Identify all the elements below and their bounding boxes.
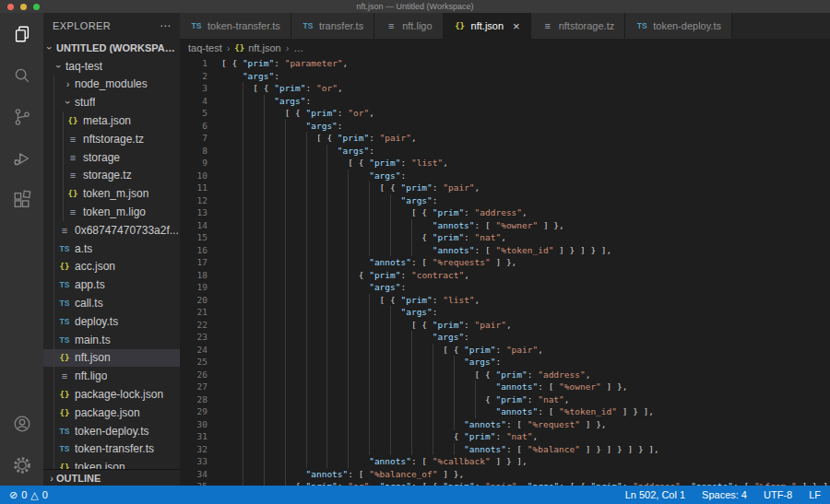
text-file-icon: ≡	[57, 225, 72, 236]
tree-indent-guide	[63, 130, 64, 148]
minimize-window-button[interactable]	[20, 4, 27, 10]
activity-search-icon[interactable]	[0, 54, 43, 96]
warning-count: 0	[42, 489, 48, 500]
tree-file-nft-ligo[interactable]: ≡nft.ligo	[43, 367, 180, 385]
tree-file-app-ts[interactable]: TSapp.ts	[43, 275, 180, 294]
file-tree: ›UNTITLED (WORKSPACE)›taq-test›node_modu…	[43, 39, 180, 470]
tree-folder-taq-test[interactable]: ›taq-test	[43, 57, 180, 76]
tree-indent-guide	[53, 422, 54, 440]
zoom-window-button[interactable]	[33, 4, 40, 10]
typescript-file-icon: TS	[57, 317, 72, 326]
tree-folder-untitled-workspace-[interactable]: ›UNTITLED (WORKSPACE)	[43, 39, 180, 57]
tree-folder-node-modules[interactable]: ›node_modules	[43, 76, 180, 94]
error-icon: ⊘	[9, 489, 18, 501]
tree-file-main-ts[interactable]: TSmain.ts	[43, 331, 180, 349]
tab-transfer-ts[interactable]: TStransfer.ts	[291, 13, 374, 39]
tree-indent-guide	[53, 167, 54, 185]
status-bar: ⊘ 0 △ 0 Ln 502, Col 1 Spaces: 4 UTF-8 LF	[0, 486, 830, 504]
line-number: 10	[180, 170, 208, 182]
activity-explorer-icon[interactable]	[0, 13, 43, 54]
activity-account-icon[interactable]	[0, 403, 43, 444]
code-line: 3 [ { "prim": "or",	[180, 82, 830, 95]
line-number: 27	[180, 381, 208, 393]
tree-file-nft-json[interactable]: {}nft.json	[43, 349, 180, 368]
encoding-setting[interactable]: UTF-8	[764, 489, 792, 500]
line-number: 1	[180, 57, 208, 70]
tab-token-deploy-ts[interactable]: TStoken-deploy.ts	[625, 13, 732, 39]
window-title: nft.json — Untitled (Workspace)	[357, 2, 474, 11]
text-file-icon: ≡	[65, 134, 80, 145]
breadcrumb-file[interactable]: nft.json	[248, 42, 280, 53]
problems-indicator[interactable]: ⊘ 0 △ 0	[9, 489, 48, 501]
tree-indent-guide	[53, 76, 54, 94]
line-number: 4	[180, 95, 208, 108]
tree-file-storage[interactable]: ≡storage	[43, 148, 180, 167]
tree-file-package-json[interactable]: {}package.json	[43, 404, 180, 422]
code-line: 12 "args":	[180, 194, 830, 207]
line-number: 17	[180, 256, 208, 269]
code-line: 16 "annots": [ "%token_id" ] } ] } ],	[180, 244, 830, 257]
tree-file-call-ts[interactable]: TScall.ts	[43, 294, 180, 312]
outline-label: OUTLINE	[56, 473, 101, 484]
code-line: 35 { "prim": "or", "args": [ { "prim": "…	[180, 480, 830, 486]
close-icon[interactable]: ×	[513, 20, 520, 32]
tab-token-transfer-ts[interactable]: TStoken-transfer.ts	[180, 13, 291, 39]
tree-indent-guide	[53, 367, 54, 385]
tree-file-deploy-ts[interactable]: TSdeploy.ts	[43, 312, 180, 331]
code-line: 1[ { "prim": "parameter",	[180, 57, 830, 70]
tab-bar: TStoken-transfer.tsTStransfer.ts≡nft.lig…	[180, 13, 830, 39]
line-number: 14	[180, 219, 208, 232]
chevron-right-icon: ›	[286, 42, 290, 53]
code-editor[interactable]: 1[ { "prim": "parameter",2 "args":3 [ { …	[180, 57, 830, 486]
typescript-file-icon: TS	[57, 335, 72, 345]
line-number: 22	[180, 319, 208, 332]
tree-file-a-ts[interactable]: TSa.ts	[43, 240, 180, 258]
tree-file-nftstorage-tz[interactable]: ≡nftstorage.tz	[43, 130, 180, 148]
eol-setting[interactable]: LF	[809, 489, 821, 500]
activity-settings-icon[interactable]	[0, 444, 43, 486]
tree-file-storage-tz[interactable]: ≡storage.tz	[43, 167, 180, 185]
tree-file-package-lock-json[interactable]: {}package-lock.json	[43, 385, 180, 404]
code-line: 34 "annots": [ "%balance_of" ] },	[180, 468, 830, 481]
line-number: 24	[180, 344, 208, 357]
line-number: 26	[180, 369, 208, 381]
tree-file-token-m-json[interactable]: {}token_m.json	[43, 184, 180, 203]
code-line: 2 "args":	[180, 70, 830, 83]
tree-indent-guide	[53, 440, 54, 459]
chevron-right-icon: ›	[64, 78, 72, 89]
outline-section-header[interactable]: › OUTLINE	[43, 469, 180, 486]
activity-extensions-icon[interactable]	[0, 179, 43, 220]
tab-nft-ligo[interactable]: ≡nft.ligo	[374, 13, 443, 39]
tree-indent-guide	[63, 167, 64, 185]
close-window-button[interactable]	[7, 4, 14, 10]
typescript-file-icon: TS	[57, 244, 72, 253]
breadcrumb-folder[interactable]: taq-test	[188, 42, 222, 53]
breadcrumb-symbol[interactable]: …	[293, 42, 303, 53]
editor-group: TStoken-transfer.tsTStransfer.ts≡nft.lig…	[180, 13, 830, 486]
line-number: 31	[180, 430, 208, 443]
tree-file-token-transfer-ts[interactable]: TStoken-transfer.ts	[43, 440, 180, 459]
code-line: 15 { "prim": "nat",	[180, 231, 830, 244]
tree-file-token-deploy-ts[interactable]: TStoken-deploy.ts	[43, 422, 180, 440]
tree-file-meta-json[interactable]: {}meta.json	[43, 111, 180, 130]
code-line: 8 "args":	[180, 145, 830, 158]
line-number: 5	[180, 107, 208, 120]
tree-file-acc-json[interactable]: {}acc.json	[43, 258, 180, 276]
tree-folder-stuff[interactable]: ›stuff	[43, 93, 180, 111]
tree-file-0x68747470733a2f-[interactable]: ≡0x68747470733a2f...	[43, 221, 180, 240]
code-line: 21 "args":	[180, 306, 830, 319]
title-bar: nft.json — Untitled (Workspace)	[0, 0, 830, 13]
tree-file-token-m-ligo[interactable]: ≡token_m.ligo	[43, 203, 180, 221]
more-actions-icon[interactable]: ⋯	[160, 19, 171, 32]
typescript-file-icon: TS	[302, 21, 314, 30]
tree-indent-guide	[53, 349, 54, 368]
tab-nft-json[interactable]: {}nft.json×	[444, 13, 531, 39]
cursor-position[interactable]: Ln 502, Col 1	[625, 489, 685, 500]
activity-source-control-icon[interactable]	[0, 96, 43, 137]
code-line: 26 [ { "prim": "address",	[180, 369, 830, 381]
line-number: 20	[180, 294, 208, 307]
indentation-setting[interactable]: Spaces: 4	[702, 489, 747, 500]
tab-nftstorage-tz[interactable]: ≡nftstorage.tz	[531, 13, 626, 39]
tree-indent-guide	[53, 294, 54, 312]
activity-run-debug-icon[interactable]	[0, 137, 43, 179]
